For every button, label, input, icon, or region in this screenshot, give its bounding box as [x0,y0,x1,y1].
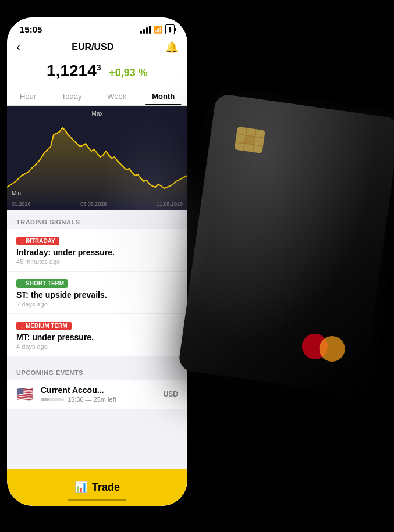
us-flag-icon: 🇺🇸 [16,386,34,402]
status-bar: 15:05 📶 ▮ [7,17,187,37]
content-area: TRADING SIGNALS ↓ INTRADAY Intraday: und… [7,210,187,409]
intraday-arrow: ↓ [20,238,23,244]
event-time-row: 15:30 — 25m left [41,396,157,403]
event-item-current-account: 🇺🇸 Current Accou... 15:30 — 25m left USD [7,380,187,409]
wifi-icon: 📶 [154,26,162,34]
price-value: 1,12143 +0,93 % [47,62,148,80]
phone-inner: 15:05 📶 ▮ ‹ [7,17,187,506]
mastercard-icon [300,332,346,363]
battery-icon: ▮ [165,24,175,34]
time-bar [41,398,64,401]
short-term-text: ST: the upside prevails. [16,290,178,299]
tab-week[interactable]: Week [100,87,133,105]
credit-card [178,93,394,395]
trade-icon: 📊 [74,481,87,494]
back-button[interactable]: ‹ [16,40,20,53]
medium-term-time: 4 days ago [16,343,178,350]
home-indicator [68,499,126,501]
medium-term-badge: ↓ MEDIUM TERM [16,322,72,330]
time-bar-fill [41,398,49,401]
bell-icon[interactable]: 🔔 [165,41,178,53]
signal-bars-icon [140,26,151,34]
status-icons: 📶 ▮ [140,24,175,34]
price-section: 1,12143 +0,93 % [7,59,187,87]
signal-item-medium-term: ↓ MEDIUM TERM MT: under pressure. 4 days… [7,314,187,356]
intraday-badge: ↓ INTRADAY [16,237,59,245]
event-details: Current Accou... 15:30 — 25m left [41,385,157,403]
short-term-arrow: ↑ [20,280,23,287]
status-time: 15:05 [20,24,42,34]
intraday-label: INTRADAY [26,238,55,244]
price-change: +0,93 % [109,67,148,78]
short-term-label: SHORT TERM [26,280,64,287]
tab-bar: Hour Today Week Month [7,87,187,106]
chart-svg [7,106,187,210]
tab-month[interactable]: Month [145,87,182,105]
medium-term-arrow: ↓ [20,323,23,329]
intraday-time: 45 minutes ago [16,258,178,265]
phone: 15:05 📶 ▮ ‹ [7,17,187,506]
short-term-time: 2 days ago [16,301,178,308]
header-title: EUR/USD [72,42,113,52]
card-logo [300,332,346,363]
intraday-text: Intraday: under pressure. [16,248,178,257]
header: ‹ EUR/USD 🔔 [7,37,187,59]
signal-item-intraday: ↓ INTRADAY Intraday: under pressure. 45 … [7,229,187,272]
medium-term-label: MEDIUM TERM [26,323,68,329]
upcoming-events-title: UPCOMING EVENTS [7,361,187,380]
signal-item-short-term: ↑ SHORT TERM ST: the upside prevails. 2 … [7,272,187,314]
svg-marker-3 [7,128,187,205]
short-term-badge: ↑ SHORT TERM [16,279,68,288]
trading-signals-title: TRADING SIGNALS [7,210,187,229]
scene: 15:05 📶 ▮ ‹ [0,0,394,532]
tab-hour[interactable]: Hour [13,87,43,105]
event-currency: USD [164,390,178,398]
svg-rect-9 [244,135,255,145]
section-divider [7,356,187,361]
chart-dates: 01.2026 05.06.2026 11.08.2026 [12,201,183,207]
event-name: Current Accou... [41,385,157,395]
chart-area: Max Min [7,106,187,210]
tab-today[interactable]: Today [55,87,89,105]
event-time-text: 15:30 — 25m left [68,396,116,403]
trade-label: Trade [92,481,120,494]
medium-term-text: MT: under pressure. [16,333,178,342]
card-chip [232,125,268,155]
